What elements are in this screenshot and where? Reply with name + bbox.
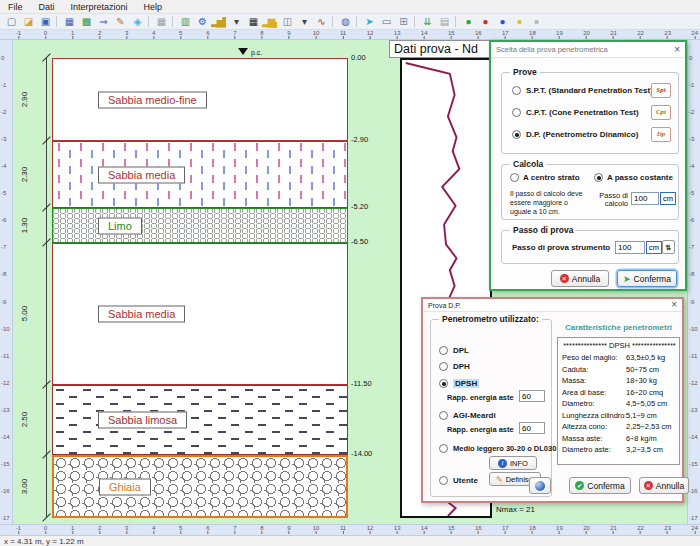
chart-export-icon[interactable]: ⇊ — [419, 15, 434, 29]
ruler-tick: 18 — [529, 30, 536, 39]
ruler-tick: 15 — [448, 30, 455, 39]
dialog-prova-dp: Prova D.P. × Penetrometro utilizzato: DP… — [421, 297, 684, 503]
image-icon[interactable]: ▩ — [78, 15, 93, 29]
export-table-icon[interactable]: ▦ — [61, 15, 76, 29]
ruler-tick: 17 — [502, 525, 509, 534]
grid-window-icon[interactable]: ▦ — [153, 15, 168, 29]
print-button[interactable] — [529, 477, 551, 494]
radio-label-agi-meardi[interactable]: AGI-Meardi — [453, 411, 496, 420]
save-icon[interactable]: ▣ — [37, 15, 52, 29]
new-file-icon[interactable]: ▢ — [3, 15, 18, 29]
chart-image-icon[interactable]: ▥ — [177, 15, 192, 29]
passo-prova-input[interactable] — [615, 241, 645, 254]
table-icon[interactable]: ▦ — [245, 15, 260, 29]
rapp-energia-input-dpsh[interactable] — [519, 390, 545, 402]
dialog-titlebar[interactable]: Scelta della prova penetrometrica × — [491, 42, 685, 58]
dp-button[interactable]: Dp — [651, 127, 671, 142]
info-value: 16÷20 cmq — [626, 387, 663, 399]
radio-label-dph[interactable]: DPH — [453, 362, 470, 371]
radio-passo-costante[interactable] — [594, 173, 603, 182]
info-button[interactable]: i INFO — [489, 456, 537, 470]
ruler-left: 0-1-2-3-4-5-6-7-8-9-10-11-12-13-14-15-16… — [0, 40, 13, 524]
annulla-button-dp[interactable]: ✕ Annulla — [639, 477, 689, 494]
radio-label-utente[interactable]: Utente — [453, 476, 478, 485]
radio-dp[interactable] — [512, 130, 521, 139]
ruler-tick: -8 — [1, 271, 6, 277]
line-chart-icon[interactable]: ∿ — [313, 15, 328, 29]
ruler-tick: 10 — [313, 30, 320, 39]
radio-dpl[interactable] — [439, 346, 448, 355]
layer-label: Sabbia media — [98, 166, 185, 183]
open-folder-icon[interactable]: ◪ — [20, 15, 35, 29]
layer-sabbia-limosa[interactable]: Sabbia limosa — [52, 385, 348, 455]
depth-label: 0.00 — [351, 53, 366, 62]
ruler-tick: -17 — [1, 515, 10, 521]
info-header: *************** DPSH *************** — [562, 341, 677, 350]
radio-label-dp[interactable]: D.P. (Penetrometro Dinamico) — [526, 130, 638, 139]
radio-utente[interactable] — [439, 476, 448, 485]
layer-sabbia-media-2[interactable]: Sabbia media — [52, 243, 348, 385]
annulla-button[interactable]: ✕ Annulla — [551, 270, 609, 287]
close-icon[interactable]: × — [671, 300, 677, 310]
print-preview-icon[interactable]: ▤ — [436, 15, 451, 29]
radio-label-medio-leggero[interactable]: Medio leggero 30-20 o DL030 — [453, 444, 556, 453]
menubar: FileDatiInterpretazioniHelp — [0, 0, 700, 14]
layer-sabbia-medio-fine[interactable]: Sabbia medio-fine — [52, 58, 348, 141]
menu-item-help[interactable]: Help — [136, 2, 171, 12]
radio-label-dpsh[interactable]: DPSH — [453, 379, 479, 388]
arrow-icon[interactable]: ➤ — [361, 15, 376, 29]
radio-label-centro-strato[interactable]: A centro strato — [523, 173, 580, 182]
radio-agi-meardi[interactable] — [439, 411, 448, 420]
dialog-titlebar[interactable]: Prova D.P. × — [423, 299, 682, 312]
sphere-green-icon[interactable]: ● — [460, 15, 475, 29]
window-chart-icon[interactable]: ◫ — [279, 15, 294, 29]
layer-limo[interactable]: Limo — [52, 208, 348, 243]
conferma-button-dp[interactable]: ✔ Conferma — [569, 477, 631, 494]
spt-button[interactable]: Spt — [651, 83, 671, 98]
bar-chart-icon[interactable]: ▂▆▄ — [262, 15, 277, 29]
radio-centro-strato[interactable] — [510, 173, 519, 182]
histogram-icon[interactable]: ▂▅▇ — [211, 15, 226, 29]
edit-page-icon[interactable]: ✎ — [112, 15, 127, 29]
menu-item-interpretazioni[interactable]: Interpretazioni — [63, 2, 136, 12]
layer-ghiaia[interactable]: Ghiaia — [52, 455, 348, 518]
cpt-button[interactable]: Cpt — [651, 105, 671, 120]
layer-sabbia-media-1[interactable]: Sabbia media — [52, 141, 348, 208]
radio-spt[interactable] — [512, 86, 521, 95]
radio-label-cpt[interactable]: C.P.T. (Cone Penetration Test) — [526, 108, 639, 117]
radio-dph[interactable] — [439, 362, 448, 371]
dropdown-arrow-icon[interactable]: ▾ — [228, 15, 243, 29]
page-forward-icon[interactable]: ⇒ — [95, 15, 110, 29]
radio-dpsh[interactable] — [439, 379, 448, 388]
printer-icon[interactable]: ▭ — [378, 15, 393, 29]
step-spinner[interactable]: ⇅ — [662, 240, 675, 254]
menu-item-file[interactable]: File — [0, 2, 31, 12]
sphere-gray-icon[interactable]: ● — [528, 15, 543, 29]
conferma-button[interactable]: ➤ Conferma — [617, 270, 677, 287]
dropdown-arrow2-icon[interactable]: ▾ — [296, 15, 311, 29]
ruler-tick: -3 — [1, 136, 6, 142]
radio-label-dpl[interactable]: DPL — [453, 346, 469, 355]
sphere-yellow-icon[interactable]: ● — [511, 15, 526, 29]
html-export-icon[interactable]: ◍ — [337, 15, 352, 29]
sphere-red-icon[interactable]: ● — [477, 15, 492, 29]
radio-label-spt[interactable]: S.P.T. (Standard Penetration Test) — [526, 86, 653, 95]
rapp-energia-input-agi[interactable] — [519, 422, 545, 434]
menu-item-dati[interactable]: Dati — [31, 2, 63, 12]
calculator-icon[interactable]: ⊞ — [395, 15, 410, 29]
unit-cm[interactable]: cm — [660, 192, 676, 205]
sphere-blue-icon[interactable]: ● — [494, 15, 509, 29]
settings-gear-icon[interactable]: ⚙ — [194, 15, 209, 29]
sample-drop-icon[interactable]: ◈ — [129, 15, 144, 29]
close-icon[interactable]: × — [674, 45, 680, 55]
unit-cm[interactable]: cm — [646, 241, 662, 254]
radio-label-passo-costante[interactable]: A passo costante — [607, 173, 673, 182]
passo-calcolo-input[interactable] — [631, 192, 659, 205]
ruler-bottom: -101234567891011121314151617181920212223… — [0, 524, 700, 535]
ruler-tick: 12 — [367, 30, 374, 39]
ruler-tick: -13 — [689, 407, 698, 413]
ruler-tick: -7 — [1, 244, 6, 250]
radio-medio-leggero[interactable] — [439, 444, 448, 453]
info-value: 6÷8 kg/m — [626, 433, 657, 445]
radio-cpt[interactable] — [512, 108, 521, 117]
